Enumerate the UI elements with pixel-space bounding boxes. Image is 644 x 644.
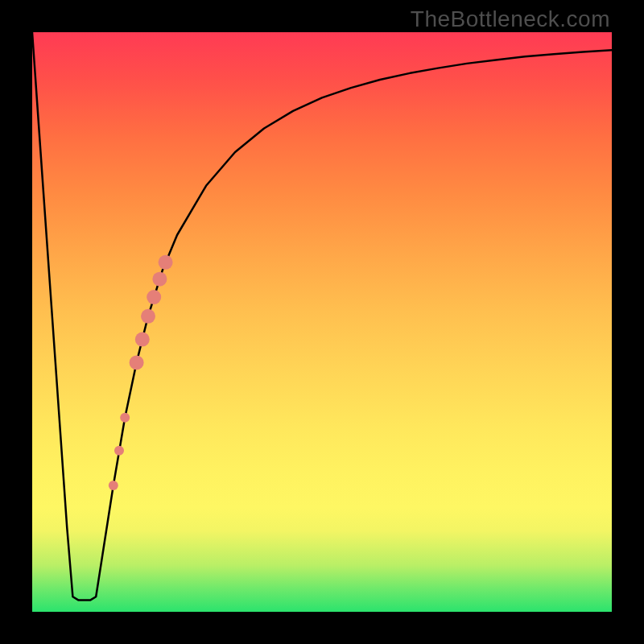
highlight-dot	[147, 290, 161, 304]
plot-area	[32, 32, 612, 612]
highlight-dot	[141, 309, 155, 324]
bottleneck-curve	[32, 32, 612, 601]
highlight-dot	[109, 481, 118, 490]
watermark-text: TheBottleneck.com	[411, 6, 610, 32]
highlight-markers	[109, 255, 173, 490]
highlight-dot	[135, 332, 150, 347]
highlight-dot	[130, 355, 144, 369]
curve-svg	[32, 32, 612, 612]
highlight-dot	[159, 255, 173, 270]
highlight-dot	[120, 413, 130, 423]
highlight-dot	[152, 272, 167, 287]
chart-frame: TheBottleneck.com	[0, 0, 644, 644]
highlight-dot	[114, 446, 124, 456]
